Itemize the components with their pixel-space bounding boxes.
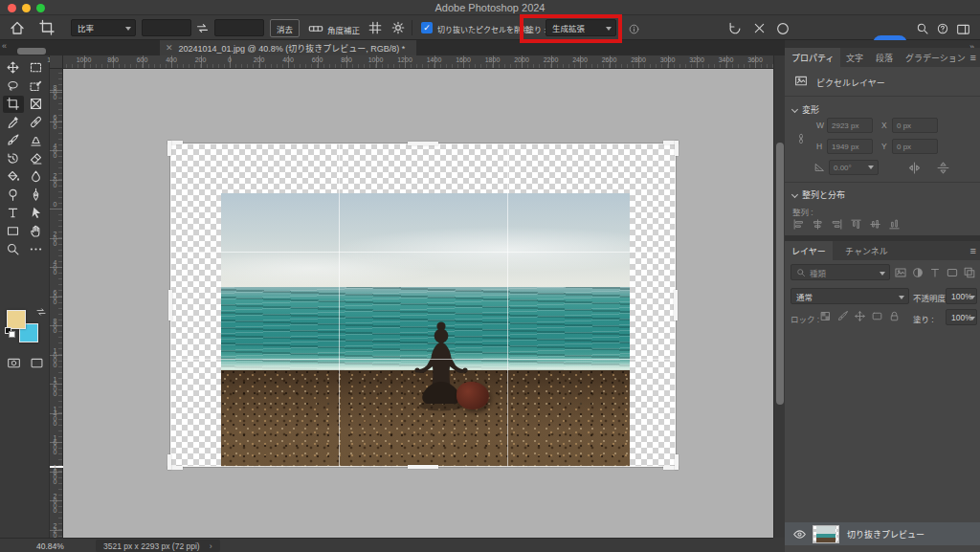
blend-mode-select[interactable]: 通常	[791, 288, 909, 304]
straighten-label[interactable]: 角度補正	[327, 24, 360, 35]
layer-row[interactable]: 切り抜きプレビュー	[785, 522, 980, 545]
tool-lasso-tool[interactable]	[3, 77, 24, 95]
lock-artboard-icon[interactable]	[871, 310, 883, 322]
tool-type-tool[interactable]	[3, 205, 24, 222]
tool-path-selection-tool[interactable]	[26, 205, 47, 222]
adjustment-layer-filter-icon[interactable]	[911, 266, 924, 279]
pixel-layer-filter-icon[interactable]	[894, 266, 907, 279]
clear-button[interactable]: 消去	[270, 19, 300, 37]
crop-handle-right[interactable]	[674, 290, 678, 320]
align-center-v-icon[interactable]	[869, 218, 881, 231]
flip-horizontal-icon[interactable]	[907, 161, 922, 175]
tool-eyedropper-tool[interactable]	[3, 114, 24, 131]
close-tab-icon[interactable]: ✕	[166, 43, 173, 53]
layer-thumbnail[interactable]	[813, 525, 839, 543]
crop-width-input[interactable]	[142, 19, 191, 36]
align-left-icon[interactable]	[792, 218, 805, 231]
cancel-crop-icon[interactable]	[752, 21, 767, 35]
lock-transparency-icon[interactable]	[819, 310, 832, 322]
crop-handle-top[interactable]	[408, 142, 438, 145]
ruler-origin-corner[interactable]	[50, 55, 63, 69]
panel-menu-icon[interactable]: ≡	[970, 52, 976, 63]
zoom-level[interactable]: 40.84%	[36, 541, 64, 551]
lock-all-icon[interactable]	[888, 310, 901, 322]
crop-handle-bottom-left[interactable]	[167, 454, 183, 470]
workspace-panel-icon[interactable]	[956, 22, 970, 36]
tool-eraser-tool[interactable]	[26, 150, 47, 167]
transform-section-header[interactable]: 変形	[792, 103, 819, 116]
y-field[interactable]: 0 px	[892, 139, 938, 154]
tool-move-tool[interactable]	[3, 59, 24, 77]
straighten-icon[interactable]	[308, 21, 323, 36]
tool-hand-tool[interactable]	[26, 223, 47, 240]
tab-properties[interactable]: プロパティ	[785, 48, 840, 67]
tool-gradient-tool[interactable]	[3, 168, 24, 186]
tool-object-selection-tool[interactable]	[26, 77, 47, 95]
width-field[interactable]: 2923 px	[827, 118, 873, 133]
home-icon[interactable]	[9, 19, 26, 36]
lock-paint-icon[interactable]	[836, 310, 849, 322]
crop-handle-left[interactable]	[168, 290, 172, 320]
commit-crop-icon[interactable]	[775, 21, 791, 36]
layer-name[interactable]: 切り抜きプレビュー	[847, 528, 924, 541]
delete-cropped-pixels-checkbox[interactable]: ✓	[421, 22, 433, 33]
tab-paragraph[interactable]: 段落	[869, 48, 900, 67]
tool-dodge-tool[interactable]	[3, 187, 24, 204]
foreground-color-swatch[interactable]	[7, 310, 26, 329]
help-icon[interactable]	[936, 22, 949, 35]
ratio-select[interactable]: 比率	[71, 19, 136, 36]
swap-dimensions-icon[interactable]	[195, 21, 210, 35]
tool-clone-stamp-tool[interactable]	[26, 132, 47, 149]
shape-layer-filter-icon[interactable]	[946, 266, 959, 279]
tool-pen-tool[interactable]	[26, 187, 47, 204]
link-dimensions-icon[interactable]	[795, 126, 807, 151]
search-icon[interactable]	[916, 22, 929, 35]
tool-crop-tool[interactable]	[3, 96, 24, 113]
document-size-info[interactable]: 3521 px x 2293 px (72 ppi) ›	[96, 540, 220, 552]
align-top-icon[interactable]	[850, 218, 862, 231]
delete-cropped-pixels-label[interactable]: 切り抜いたピクセルを削除	[437, 24, 529, 34]
lock-position-icon[interactable]	[854, 310, 866, 322]
tab-gradients[interactable]: グラデーション	[899, 48, 972, 67]
tool-blur-tool[interactable]	[26, 168, 47, 186]
opacity-select[interactable]: 100%	[946, 288, 977, 304]
crop-handle-top-left[interactable]	[167, 141, 183, 156]
fill-select[interactable]: 生成拡張	[546, 19, 616, 36]
swap-colors-icon[interactable]	[35, 306, 47, 318]
scrollbar-thumb[interactable]	[776, 143, 784, 405]
tool-rectangle-tool[interactable]	[3, 223, 24, 240]
canvas-scrollbar[interactable]	[773, 55, 785, 538]
crop-height-input[interactable]	[214, 19, 264, 36]
align-section-header[interactable]: 整列と分布	[792, 188, 845, 201]
panel-menu-icon[interactable]: ≡	[970, 245, 976, 256]
tool-zoom-tool[interactable]	[3, 241, 24, 258]
tab-overflow-chevrons[interactable]: «	[2, 41, 7, 51]
align-center-h-icon[interactable]	[812, 218, 824, 231]
flip-vertical-icon[interactable]	[936, 161, 950, 175]
layer-filter-select[interactable]: 種類	[791, 264, 890, 280]
quick-mask-icon[interactable]	[7, 356, 21, 370]
align-right-icon[interactable]	[831, 218, 843, 231]
tool-history-brush-tool[interactable]	[3, 150, 24, 167]
crop-handle-bottom-right[interactable]	[663, 454, 679, 470]
tool-edit-toolbar[interactable]	[26, 241, 47, 258]
document-tab[interactable]: ✕ 20241014_01.jpg @ 40.8% (切り抜きプレビュー, RG…	[160, 40, 416, 55]
type-layer-filter-icon[interactable]	[928, 266, 942, 279]
tool-brush-tool[interactable]	[3, 132, 24, 149]
reset-crop-icon[interactable]	[727, 21, 743, 36]
smart-object-filter-icon[interactable]	[963, 266, 976, 279]
tab-channels[interactable]: チャンネル	[838, 241, 895, 260]
crop-handle-top-right[interactable]	[663, 141, 679, 156]
height-field[interactable]: 1949 px	[827, 139, 873, 154]
x-field[interactable]: 0 px	[892, 118, 938, 133]
overlay-options-icon[interactable]	[368, 20, 383, 35]
vertical-ruler[interactable]: 8006004002000200400600800100012001400160…	[50, 69, 63, 538]
tab-character[interactable]: 文字	[839, 48, 870, 67]
status-chevron-icon[interactable]: ›	[210, 541, 212, 551]
tool-frame-tool[interactable]	[26, 96, 47, 113]
canvas-area[interactable]	[63, 69, 773, 538]
crop-handle-bottom[interactable]	[408, 465, 438, 469]
crop-region[interactable]	[170, 144, 676, 467]
screen-mode-icon[interactable]	[30, 356, 44, 370]
info-icon[interactable]	[628, 23, 640, 35]
